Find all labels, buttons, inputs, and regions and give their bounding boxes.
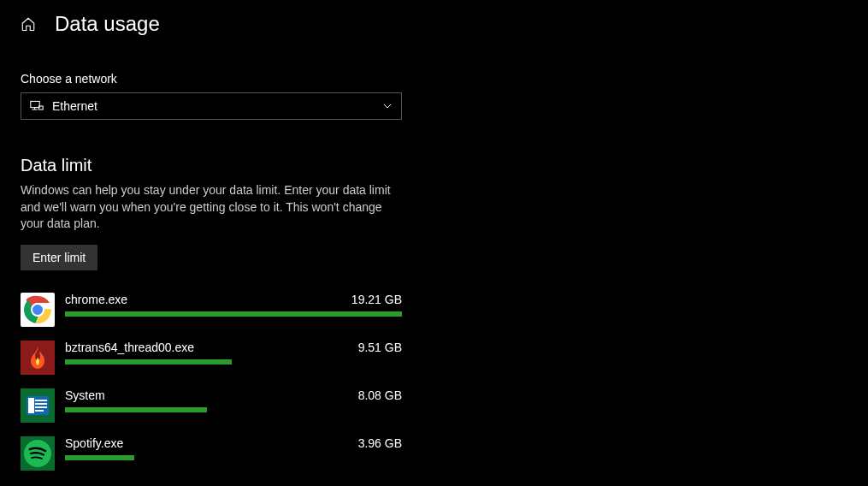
network-dropdown[interactable]: Ethernet	[21, 92, 402, 120]
svg-rect-0	[31, 101, 39, 107]
svg-rect-8	[35, 403, 47, 405]
apps-list: chrome.exe 19.21 GB bztrans64_thread00.e…	[21, 293, 402, 471]
list-item: Spotify.exe 3.96 GB	[21, 436, 402, 471]
app-usage: 9.51 GB	[358, 341, 402, 354]
svg-rect-6	[28, 398, 34, 413]
app-usage: 19.21 GB	[351, 293, 402, 306]
list-item: bztrans64_thread00.exe 9.51 GB	[21, 341, 402, 375]
usage-bar	[65, 359, 402, 364]
svg-rect-9	[35, 406, 47, 408]
data-limit-description: Windows can help you stay under your dat…	[21, 182, 397, 233]
ethernet-icon	[30, 100, 44, 112]
enter-limit-button[interactable]: Enter limit	[21, 245, 97, 270]
list-item: chrome.exe 19.21 GB	[21, 293, 402, 327]
svg-rect-7	[35, 400, 47, 401]
network-label: Choose a network	[21, 72, 402, 86]
app-usage: 3.96 GB	[358, 436, 402, 450]
svg-rect-10	[35, 410, 44, 412]
usage-bar	[65, 311, 402, 317]
chrome-icon	[21, 293, 55, 327]
app-name: Spotify.exe	[65, 436, 123, 450]
system-icon	[21, 388, 55, 423]
flame-icon	[21, 341, 55, 375]
spotify-icon	[21, 436, 55, 471]
chevron-down-icon	[382, 101, 393, 111]
usage-bar	[65, 407, 402, 412]
list-item: System 8.08 GB	[21, 388, 402, 423]
app-name: bztrans64_thread00.exe	[65, 341, 194, 354]
data-limit-title: Data limit	[21, 156, 402, 175]
home-icon[interactable]	[21, 16, 36, 32]
page-title: Data usage	[55, 12, 160, 36]
usage-bar	[65, 455, 402, 460]
app-usage: 8.08 GB	[358, 388, 402, 402]
app-name: chrome.exe	[65, 293, 127, 306]
app-name: System	[65, 388, 105, 402]
network-selected: Ethernet	[52, 99, 382, 113]
